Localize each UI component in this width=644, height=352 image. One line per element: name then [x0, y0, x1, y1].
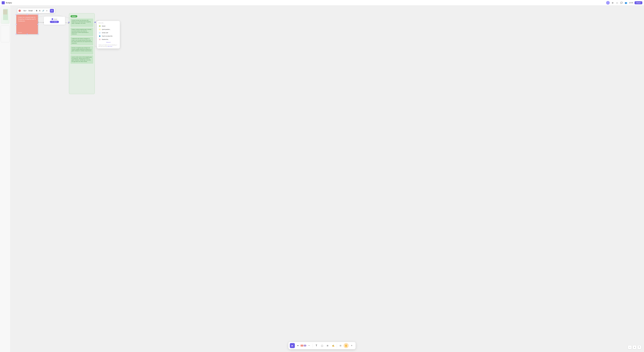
ideate-card-3[interactable]: Develop a budgeting app prototype and co… — [70, 46, 93, 54]
app-logo-icon — [2, 1, 5, 4]
avatar — [606, 1, 610, 4]
grid-icon[interactable]: ⊞ — [611, 1, 614, 4]
handle-r[interactable] — [37, 24, 38, 25]
context-menu-title: Next, let's... — [98, 22, 119, 24]
pen-tool-button[interactable]: ✒ — [296, 343, 300, 348]
rewrite-icon: ✏ — [99, 38, 101, 40]
topbar: Budgey ⊞ ▭ 💬 👥 10:00 Share — [0, 0, 644, 6]
ideate-icon: 💡 — [99, 25, 101, 27]
connector-svg — [10, 6, 642, 352]
ideate-board-title: Ideate! — [70, 15, 77, 18]
ideate-card-4[interactable]: Launch a beta version of the budgeting a… — [70, 55, 93, 64]
add-button[interactable]: + — [349, 343, 354, 348]
sticky-note-text: Create me a research plan for Designing … — [18, 16, 36, 22]
text-tool-button[interactable]: T — [314, 343, 319, 348]
sticky-author: Elizabeth — [18, 32, 22, 33]
teach-icon: 📘 — [99, 35, 101, 37]
time-display: 10:00 — [629, 2, 633, 4]
topbar-right: ⊞ ▭ 💬 👥 10:00 Share — [606, 1, 642, 4]
bold-button[interactable]: B — [35, 10, 38, 12]
canvas[interactable]: Aa ▾ Small B S 🔗 ≡ ✏ Create me a researc… — [10, 6, 642, 352]
handle-t[interactable] — [26, 14, 28, 15]
users-icon[interactable]: 👥 — [624, 1, 628, 4]
draw-tool-button[interactable]: 〜 — [306, 343, 312, 348]
sidebar-thumbnail-1[interactable] — [1, 7, 10, 24]
thumb-green-board — [3, 9, 8, 20]
zoom-controls: − + ? — [628, 345, 641, 349]
menu-item-rewrite[interactable]: ✏ Rewrite this... — [98, 38, 119, 41]
similar-icon: ≈ — [99, 32, 101, 34]
ideate-button[interactable]: ✦ Ideate — [50, 21, 59, 23]
toolbar-separator-1 — [22, 10, 22, 12]
table-tool-button[interactable]: ⊞ — [325, 343, 330, 348]
show-all-button[interactable]: Show all — [98, 41, 119, 44]
sticky-note-pink[interactable]: Create me a research plan for Designing … — [16, 15, 38, 34]
flow-card[interactable]: Ideate! ✦ Ideate — [44, 16, 65, 25]
handle-l[interactable] — [16, 24, 17, 25]
topbar-left: Budgey — [2, 1, 12, 4]
floating-toolbar: Aa ▾ Small B S 🔗 ≡ ✏ — [18, 8, 55, 13]
hand-tool-button[interactable]: ✋ — [344, 343, 348, 348]
flow-card-title: Ideate! — [52, 18, 57, 20]
toolbar-separator-2 — [34, 10, 34, 12]
handle-br[interactable] — [37, 34, 38, 35]
learn-more-link[interactable]: Learn more — [107, 46, 112, 47]
chat-icon[interactable]: 💬 — [620, 1, 623, 4]
question-icon: ? — [99, 28, 101, 30]
left-sidebar — [0, 6, 10, 352]
menu-item-teach-about-this[interactable]: 📘 Teach me about this — [98, 34, 119, 38]
bottom-toolbar: ▶ ✒ 〜 T ▢ ⊞ ✍ ⊟ ✋ + — [288, 342, 356, 349]
color-picker[interactable] — [18, 10, 21, 12]
share-button[interactable]: Share — [634, 1, 642, 4]
font-size-selector[interactable]: Small — [28, 10, 34, 12]
menu-item-similar-stuff[interactable]: ≈ Similar stuff — [98, 31, 119, 34]
handle-tl[interactable] — [16, 14, 17, 15]
thumbnail-preview-2 — [1, 26, 9, 42]
sidebar-thumbnail-2[interactable] — [1, 25, 10, 42]
ideate-card-2[interactable]: Collaborate with freelance designers to … — [70, 37, 93, 45]
link-button[interactable]: 🔗 — [42, 10, 45, 12]
align-button[interactable]: ≡ — [46, 10, 48, 12]
handle-b[interactable] — [26, 34, 28, 35]
zoom-in-button[interactable]: + — [632, 345, 636, 349]
menu-item-quick-question[interactable]: ? Quick question... — [98, 28, 119, 31]
ideate-card-1[interactable]: Analyze existing budgeting apps to ident… — [70, 28, 93, 36]
app-name: Budgey — [6, 2, 12, 4]
menu-item-ideate[interactable]: 💡 Ideate! — [98, 24, 119, 28]
context-menu: Next, let's... 💡 Ideate! ? Quick questio… — [97, 21, 120, 48]
font-family-selector[interactable]: Aa ▾ — [22, 10, 27, 12]
ideate-board: Ideate! Conduct surveys and interviews w… — [69, 13, 95, 94]
select-tool-button[interactable]: ▶ — [290, 343, 295, 348]
handle-tr[interactable] — [37, 14, 38, 15]
sign-tool-button[interactable]: ✍ — [331, 343, 336, 348]
frame-tool-button[interactable]: ▢ — [320, 343, 324, 348]
ideate-card-0[interactable]: Conduct surveys and interviews with free… — [70, 18, 93, 27]
shapes-tool-button[interactable] — [301, 343, 306, 348]
toolbar-sep-2 — [337, 344, 337, 348]
handle-bl[interactable] — [16, 34, 17, 35]
thumbnail-preview-1 — [1, 7, 9, 24]
strikethrough-button[interactable]: S — [38, 10, 41, 12]
templates-button[interactable]: ⊟ — [338, 343, 343, 348]
zoom-out-button[interactable]: − — [628, 345, 632, 349]
monitor-icon[interactable]: ▭ — [616, 1, 619, 4]
help-button[interactable]: ? — [637, 345, 641, 349]
pen-active-button[interactable]: ✏ — [50, 9, 54, 13]
context-menu-footer: Heads up: AI outputs can be misleading, … — [98, 44, 119, 47]
